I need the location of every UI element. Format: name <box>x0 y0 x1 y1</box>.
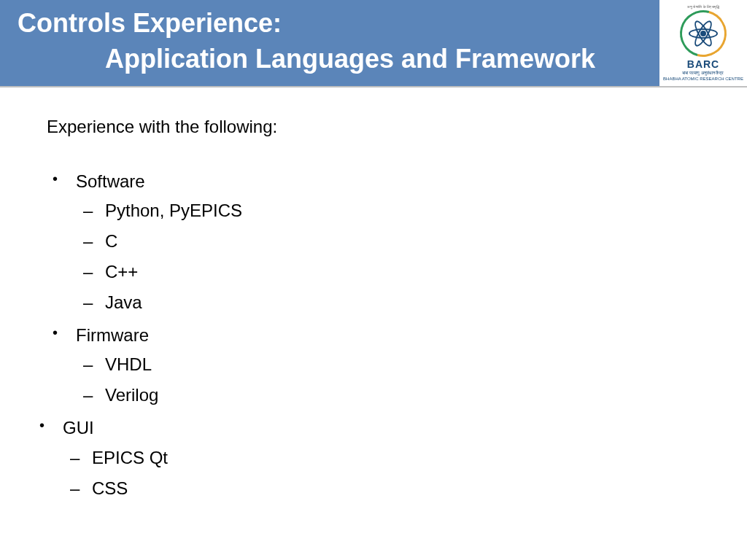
section-label: Software <box>76 171 145 191</box>
barc-logo-icon <box>680 10 727 57</box>
list-item: C++ <box>102 259 747 285</box>
sub-list: Python, PyEPICS C C++ Java <box>76 198 747 316</box>
list-item: C <box>102 228 747 254</box>
slide-header: Controls Experience: Application Languag… <box>0 0 747 88</box>
sub-list: EPICS Qt CSS <box>63 445 747 502</box>
section-label: Firmware <box>76 325 149 345</box>
list-item: CSS <box>89 475 747 502</box>
list-item: Verilog <box>102 382 747 408</box>
list-item: EPICS Qt <box>89 445 747 471</box>
list-item: Software Python, PyEPICS C C++ Java <box>73 168 747 316</box>
logo-name: BARC <box>687 58 719 70</box>
logo-container: अणु से शांति के लिए समृद्धि BARC भाभा पर… <box>659 0 747 86</box>
logo-subtext-hindi: भाभा परमाणु अनुसंधान केंद्र <box>682 71 724 76</box>
list-item: Python, PyEPICS <box>102 198 747 224</box>
header-title-block: Controls Experience: Application Languag… <box>0 0 659 86</box>
title-line-2: Application Languages and Framework <box>18 43 659 74</box>
title-line-1: Controls Experience: <box>18 7 659 39</box>
list-item: Java <box>102 289 747 316</box>
intro-text: Experience with the following: <box>47 117 747 137</box>
list-item: VHDL <box>102 351 747 378</box>
list-item: GUI EPICS Qt CSS <box>60 414 747 501</box>
list-item: Firmware VHDL Verilog <box>73 322 747 408</box>
section-label: GUI <box>63 418 94 438</box>
main-list: Software Python, PyEPICS C C++ Java Firm… <box>47 168 747 502</box>
logo-top-text: अणु से शांति के लिए समृद्धि <box>687 4 720 9</box>
sub-list: VHDL Verilog <box>76 351 747 408</box>
logo-subtext-english: BHABHA ATOMIC RESEARCH CENTRE <box>663 77 743 82</box>
slide-content: Experience with the following: Software … <box>0 88 747 502</box>
